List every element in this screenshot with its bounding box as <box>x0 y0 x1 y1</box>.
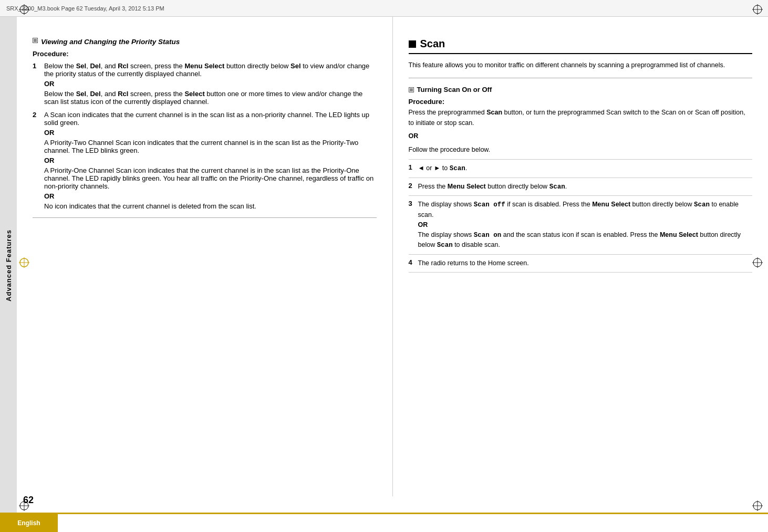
step-1-num: 1 <box>33 62 40 106</box>
left-column-divider <box>33 217 377 218</box>
step-r2-content: Press the Menu Select button directly be… <box>418 178 753 196</box>
scan-header: Scan <box>409 38 753 54</box>
header-text: SRX_2200_M3.book Page 62 Tuesday, April … <box>6 5 164 12</box>
corner-mark-tr <box>752 4 763 15</box>
corner-mark-tl <box>19 4 29 15</box>
scan-intro-text: This feature allows you to monitor traff… <box>409 60 753 70</box>
scan-black-square-icon <box>409 40 416 48</box>
header-bar: SRX_2200_M3.book Page 62 Tuesday, April … <box>0 0 768 17</box>
right-column: Scan This feature allows you to monitor … <box>393 17 769 496</box>
step-row-1: 1 ◄ or ► to Scan. <box>409 159 753 178</box>
step-2: 2 A Scan icon indicates that the current… <box>33 111 377 210</box>
step-row-2: 2 Press the Menu Select button directly … <box>409 178 753 196</box>
corner-mark-br <box>752 500 763 511</box>
procedure-label-left: Procedure: <box>33 50 377 58</box>
step-r4-content: The radio returns to the Home screen. <box>418 255 753 273</box>
step-1: 1 Below the Sel, Del, and Rcl screen, pr… <box>33 62 377 106</box>
step-r3-content: The display shows Scan off if scan is di… <box>418 196 753 255</box>
procedure-colon: Procedure: <box>409 98 753 106</box>
section-icon <box>33 38 38 43</box>
subsection-icon <box>409 87 414 92</box>
page-container: SRX_2200_M3.book Page 62 Tuesday, April … <box>0 0 768 532</box>
follow-text: Follow the procedure below. <box>409 145 753 155</box>
left-column: Viewing and Changing the Priority Status… <box>17 17 393 496</box>
step-row-4: 4 The radio returns to the Home screen. <box>409 255 753 273</box>
section-heading: Viewing and Changing the Priority Status <box>33 38 377 46</box>
sidebar-label: Advanced Features <box>0 17 17 514</box>
step-2-content: A Scan icon indicates that the current c… <box>44 111 377 210</box>
scan-title: Scan <box>420 38 445 50</box>
step-r1-content: ◄ or ► to Scan. <box>418 159 753 178</box>
step-row-3: 3 The display shows Scan off if scan is … <box>409 196 753 255</box>
steps-table: 1 ◄ or ► to Scan. 2 Press the Menu Selec… <box>409 159 753 273</box>
page-number: 62 <box>23 495 34 506</box>
subsection-title: Turning Scan On or Off <box>417 86 492 93</box>
section-title: Viewing and Changing the Priority Status <box>41 38 180 46</box>
step-r2-num: 2 <box>409 178 418 196</box>
step-r4-num: 4 <box>409 255 418 273</box>
scan-divider-1 <box>409 78 753 78</box>
step-1-content: Below the Sel, Del, and Rcl screen, pres… <box>44 62 377 106</box>
step-r1-num: 1 <box>409 159 418 178</box>
step-r3-num: 3 <box>409 196 418 255</box>
subsection-heading: Turning Scan On or Off <box>409 86 753 93</box>
sidebar-label-text: Advanced Features <box>5 230 13 301</box>
footer-bar: English <box>0 514 768 532</box>
procedure-body: Press the preprogrammed Scan button, or … <box>409 108 753 128</box>
step-2-num: 2 <box>33 111 40 210</box>
content-area: Viewing and Changing the Priority Status… <box>17 17 768 496</box>
or-label: OR <box>409 131 753 141</box>
footer-english-label: English <box>0 514 58 532</box>
